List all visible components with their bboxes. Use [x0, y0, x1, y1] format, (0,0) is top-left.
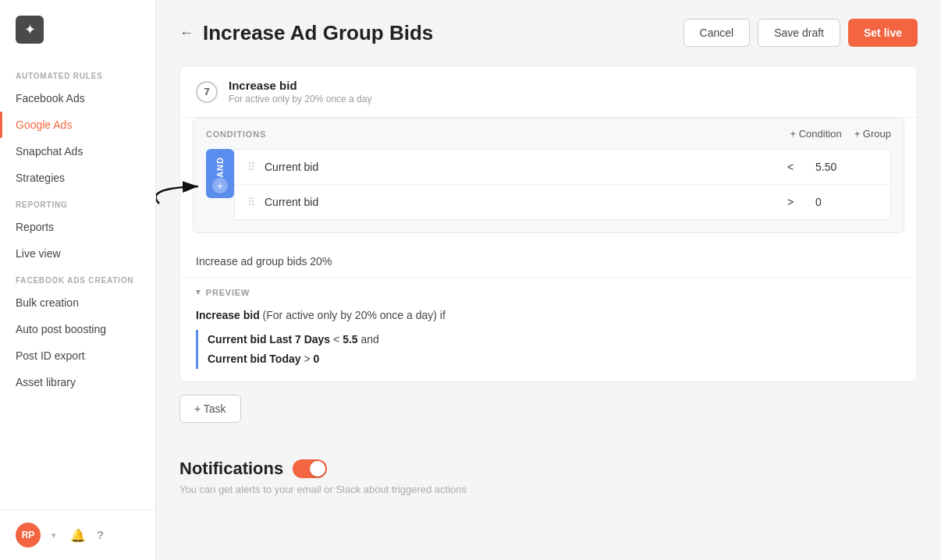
- add-task-row: + Task: [179, 395, 918, 423]
- condition-field-1: Current bid: [265, 196, 765, 208]
- sidebar-section-automated-rules: Automated Rules Facebook Ads Google Ads …: [0, 62, 155, 191]
- cancel-button[interactable]: Cancel: [684, 19, 751, 47]
- notifications-section: Notifications You can get alerts to your…: [179, 446, 918, 508]
- toggle-knob: [310, 461, 325, 477]
- preview-line-0: Current bid Last 7 Days < 5.5 and: [208, 330, 901, 349]
- arrow-annotation: [156, 165, 214, 211]
- drag-handle-icon-1[interactable]: ⠿: [247, 196, 255, 208]
- task-info: Increase bid For active only by 20% once…: [229, 79, 371, 105]
- sidebar-section-label-reporting: Reporting: [0, 191, 155, 214]
- and-label: AND: [215, 157, 225, 178]
- avatar[interactable]: RP: [16, 523, 41, 548]
- notifications-toggle[interactable]: [293, 459, 327, 478]
- condition-field-0: Current bid: [265, 161, 765, 173]
- add-task-button[interactable]: + Task: [179, 395, 241, 423]
- sidebar-item-reports[interactable]: Reports: [0, 214, 155, 240]
- main-content: ← Increase Ad Group Bids Cancel Save dra…: [156, 0, 941, 560]
- condition-value-1: 0: [815, 196, 878, 208]
- notifications-header: Notifications: [179, 459, 918, 479]
- and-plus-button[interactable]: +: [212, 178, 228, 193]
- task-header: 7 Increase bid For active only by 20% on…: [180, 66, 917, 118]
- conditions-label: CONDITIONS: [206, 129, 266, 139]
- conditions-body: AND + ⠿: [194, 149, 904, 232]
- condition-op-0: <: [775, 161, 806, 173]
- condition-row-0: ⠿ Current bid < 5.50: [235, 150, 890, 185]
- condition-rows: ⠿ Current bid < 5.50 ⠿ Current bid > 0: [234, 149, 891, 220]
- sidebar-logo: ✦: [0, 0, 155, 62]
- help-icon[interactable]: ?: [97, 528, 104, 543]
- sidebar-section-label-fb-creation: Facebook Ads Creation: [0, 267, 155, 289]
- page-header: ← Increase Ad Group Bids Cancel Save dra…: [179, 19, 918, 47]
- avatar-chevron-icon[interactable]: ▾: [51, 530, 56, 541]
- sidebar-item-auto-post-boosting[interactable]: Auto post boosting: [0, 316, 155, 342]
- condition-row-1: ⠿ Current bid > 0: [235, 185, 890, 219]
- sidebar-item-asset-library[interactable]: Asset library: [0, 369, 155, 395]
- sidebar-item-live-view[interactable]: Live view: [0, 240, 155, 267]
- preview-toggle[interactable]: ▾ PREVIEW: [196, 287, 901, 297]
- preview-content: Increase bid (For active only by 20% onc…: [196, 307, 901, 369]
- conditions-section: CONDITIONS + Condition + Group AND +: [193, 118, 904, 233]
- sidebar-section-label-automated-rules: Automated Rules: [0, 62, 155, 85]
- action-text: Increase ad group bids 20%: [180, 246, 917, 278]
- sidebar-bottom: RP ▾ 🔔 ?: [0, 509, 155, 560]
- sidebar-section-reporting: Reporting Reports Live view: [0, 191, 155, 267]
- sidebar-item-strategies[interactable]: Strategies: [0, 165, 155, 191]
- preview-label: PREVIEW: [206, 288, 250, 297]
- sidebar-section-fb-ads-creation: Facebook Ads Creation Bulk creation Auto…: [0, 267, 155, 395]
- header-actions: Cancel Save draft Set live: [684, 19, 918, 47]
- task-number: 7: [196, 81, 218, 103]
- sidebar-item-bulk-creation[interactable]: Bulk creation: [0, 289, 155, 316]
- task-subtitle: For active only by 20% once a day: [229, 94, 371, 105]
- logo-icon: ✦: [16, 16, 44, 44]
- conditions-header: CONDITIONS + Condition + Group: [194, 119, 904, 149]
- sidebar: ✦ Automated Rules Facebook Ads Google Ad…: [0, 0, 156, 560]
- notifications-title: Notifications: [179, 459, 283, 479]
- add-task-label: + Task: [194, 402, 226, 415]
- preview-section: ▾ PREVIEW Increase bid (For active only …: [180, 278, 917, 381]
- page-title: Increase Ad Group Bids: [203, 21, 433, 45]
- add-condition-button[interactable]: + Condition: [790, 128, 842, 140]
- and-bar-container: AND +: [206, 149, 234, 220]
- preview-intro-line: Increase bid (For active only by 20% onc…: [196, 307, 901, 325]
- task-title: Increase bid: [229, 79, 371, 92]
- sidebar-item-post-id-export[interactable]: Post ID export: [0, 342, 155, 369]
- page-header-left: ← Increase Ad Group Bids: [179, 21, 433, 45]
- notifications-subtitle: You can get alerts to your email or Slac…: [179, 484, 918, 495]
- back-arrow-icon[interactable]: ←: [179, 25, 194, 41]
- drag-handle-icon[interactable]: ⠿: [247, 161, 255, 173]
- preview-chevron-icon: ▾: [196, 287, 201, 297]
- add-group-button[interactable]: + Group: [854, 128, 891, 140]
- preview-line-1: Current bid Today > 0: [208, 349, 901, 369]
- conditions-actions: + Condition + Group: [790, 128, 891, 140]
- set-live-button[interactable]: Set live: [848, 19, 918, 47]
- condition-op-1: >: [775, 196, 806, 208]
- task-card: 7 Increase bid For active only by 20% on…: [179, 66, 918, 382]
- save-draft-button[interactable]: Save draft: [758, 19, 840, 47]
- sidebar-item-facebook-ads[interactable]: Facebook Ads: [0, 85, 155, 112]
- bell-icon[interactable]: 🔔: [70, 528, 86, 543]
- sidebar-bottom-icons: 🔔 ?: [70, 528, 104, 543]
- sidebar-item-snapchat-ads[interactable]: Snapchat Ads: [0, 138, 155, 165]
- sidebar-item-google-ads[interactable]: Google Ads: [0, 112, 155, 138]
- condition-value-0: 5.50: [815, 161, 878, 173]
- preview-indent-block: Current bid Last 7 Days < 5.5 and Curren…: [196, 330, 901, 369]
